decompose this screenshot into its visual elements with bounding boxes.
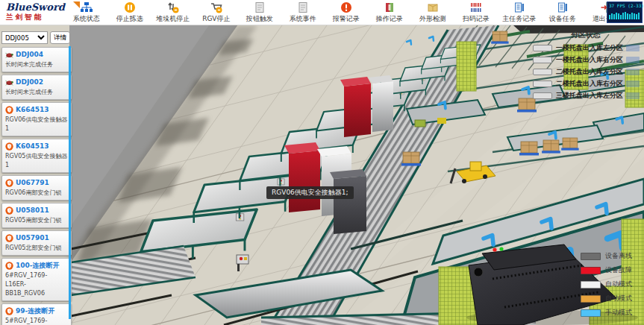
toolbar-button-label: 停止拣选 [116,14,143,24]
alarm-card-title: DDJ002 [16,78,43,87]
alarm-card-body: 长时间未完成任务 [5,60,68,69]
zone-status-mark [626,92,640,99]
toolbar-button-4[interactable]: RGV停止 [195,1,238,24]
zone-status-mark [626,81,640,87]
toolbar-button-6[interactable]: 系统事件 [281,1,325,24]
zone-status-mark [626,45,640,51]
zone-legend-row[interactable]: 二楼托盘出入库左分区 [533,68,640,75]
toolbar-button-1[interactable]: 系统状态 [65,1,108,24]
document-icon [254,1,266,13]
toolbar-buttons: 系统状态 停止拣选 堆垛机停止 RGV停止 按钮触发 系统事件 报警记录 操作记… [65,0,644,25]
toolbar-button-label: 系统事件 [290,14,316,24]
alarm-card-body: RGV05南部安全门锁 [5,216,68,225]
alarm-card[interactable]: U058011 RGV05南部安全门锁 [1,203,72,228]
fps-bar [627,13,628,19]
toolbar-button-11[interactable]: 主任务记录 [498,1,541,24]
mode-legend-row: 自动模式 [581,294,632,303]
alarm-card[interactable]: 99-连接断开 5#RGV_1769-L16ER- BB1B_RGV05 [1,303,72,325]
sidebar-scrollbar[interactable] [69,46,71,319]
fps-bar [636,14,637,19]
operation-record-icon [384,1,396,13]
alarm-card[interactable]: U067791 RGV06南部安全门锁 [1,175,72,201]
toolbar-button-label: 外形检测 [419,14,446,24]
toolbar-button-8[interactable]: 操作记录 [368,1,411,24]
alarm-card-body: 长时间未完成任务 [5,88,68,97]
toolbar-button-label: 系统状态 [73,14,100,24]
package-icon [427,1,439,13]
fps-bar [638,13,640,19]
alarm-card-body: RGV05北部安全门锁 [5,244,68,253]
alarm-sidebar: DDJ005 详情 DDJ004 长时间未完成任务 DDJ002 长时间未完成任… [1,31,72,325]
mode-legend-row: 自动模式 [581,280,632,288]
zone-status-mark [626,69,640,75]
mode-label: 设备离线 [605,251,632,261]
shield-icon [5,262,13,270]
zone-label: 二楼托盘出入库左分区 [556,67,623,77]
mode-swatch [581,267,601,274]
clipboard-icon [513,1,525,13]
toolbar-button-7[interactable]: 报警记录 [325,1,368,24]
toolbar-button-12[interactable]: 设备任务 [541,1,584,24]
toolbar-button-3[interactable]: 堆垛机停止 [151,1,195,24]
fps-monitor[interactable]: 37 FPS (2-33) [607,1,643,23]
zone-legend-row[interactable]: 二楼托盘出入库右分区 [533,80,640,87]
brand-logo: BlueSword 兰剑智能 [0,0,65,25]
turtle-icon [5,51,13,59]
shield-icon [5,307,13,315]
fps-bar [620,15,622,19]
logo-name: BlueSword [6,2,65,13]
mode-label: 自动模式 [605,280,632,289]
mode-swatch [581,281,601,288]
device-select[interactable]: DDJ005 [1,31,48,44]
alarm-card[interactable]: DDJ004 长时间未完成任务 [1,47,72,72]
alarm-card-title: U057901 [16,233,49,243]
mode-legend-row: 设备故障 [581,266,632,274]
zone-legend-row[interactable]: 一楼托盘出入库左分区 [533,44,640,51]
logo-subtitle: 兰剑智能 [6,13,65,22]
zone-status-legend: 分区状态 一楼托盘出入库左分区 一楼托盘出入库右分区 二楼托盘出入库左分区 二楼… [533,30,640,104]
zone-swatch [533,57,552,63]
alarm-card[interactable]: K604513 RGV05供电安全接触器 1 [1,139,72,173]
fps-bar [631,13,633,19]
alarm-card-body: RGV06供电安全接触器 1 [5,116,68,133]
toolbar-button-5[interactable]: 按钮触发 [238,1,281,24]
shield-icon [5,142,13,151]
mode-swatch [581,295,601,303]
cart-stop-icon [210,1,222,13]
alarm-card-body: 5#RGV_1769-L16ER- BB1B_RGV05 [5,317,68,325]
zone-legend-row[interactable]: 三楼托盘出入库左分区 [533,92,640,99]
alarm-card[interactable]: K664513 RGV06供电安全接触器 1 [1,102,72,136]
zone-legend-rows: 一楼托盘出入库左分区 一楼托盘出入库右分区 二楼托盘出入库左分区 二楼托盘出入库… [533,44,640,99]
alarm-card-title: U058011 [16,206,49,215]
alarm-card[interactable]: 100-连接断开 6#RGV_1769-L16ER- BB1B_RGV06 [1,258,72,301]
alarm-card[interactable]: DDJ002 长时间未完成任务 [1,75,72,100]
fps-bar [616,13,617,19]
fps-bar [618,13,619,19]
zone-legend-row[interactable]: 一楼托盘出入库右分区 [533,56,640,63]
toolbar-button-10[interactable]: 扫码记录 [454,1,498,24]
detail-button[interactable]: 详情 [50,31,70,44]
zone-swatch [533,69,552,75]
shield-icon [5,106,13,114]
alarm-card-list: DDJ004 长时间未完成任务 DDJ002 长时间未完成任务 K664513 … [1,47,72,325]
turtle-icon [5,78,13,86]
zone-swatch [533,81,552,87]
mode-swatch [581,309,601,317]
pause-circle-icon [124,1,136,13]
toolbar-button-label: 报警记录 [333,14,360,24]
fps-bar [634,13,635,19]
document-icon [297,1,309,13]
alarm-card[interactable]: U057901 RGV05北部安全门锁 [1,230,72,256]
shield-icon [5,179,13,187]
fps-graph [609,10,640,19]
toolbar-button-label: 按钮触发 [246,14,273,24]
toolbar-button-2[interactable]: 停止拣选 [108,1,151,24]
alarm-card-title: K664513 [16,105,49,115]
toolbar-button-label: 主任务记录 [502,14,536,24]
toolbar-button-label: RGV停止 [202,14,230,24]
mode-legend-row: 设备离线 [581,252,632,260]
toolbar-button-9[interactable]: 外形检测 [411,1,454,24]
mode-label: 设备故障 [605,265,632,275]
zone-status-mark [626,57,640,63]
toolbar-button-label: 堆垛机停止 [156,14,190,24]
